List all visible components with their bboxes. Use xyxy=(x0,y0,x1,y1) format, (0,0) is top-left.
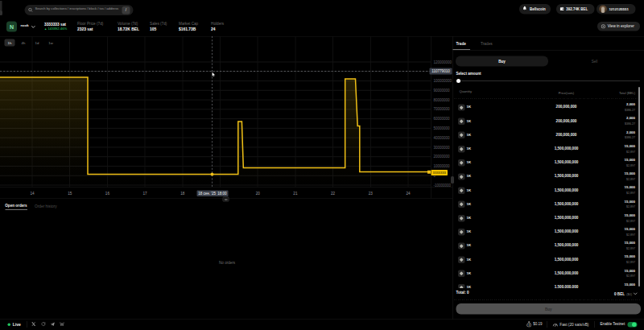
svg-text:$: $ xyxy=(528,324,530,327)
